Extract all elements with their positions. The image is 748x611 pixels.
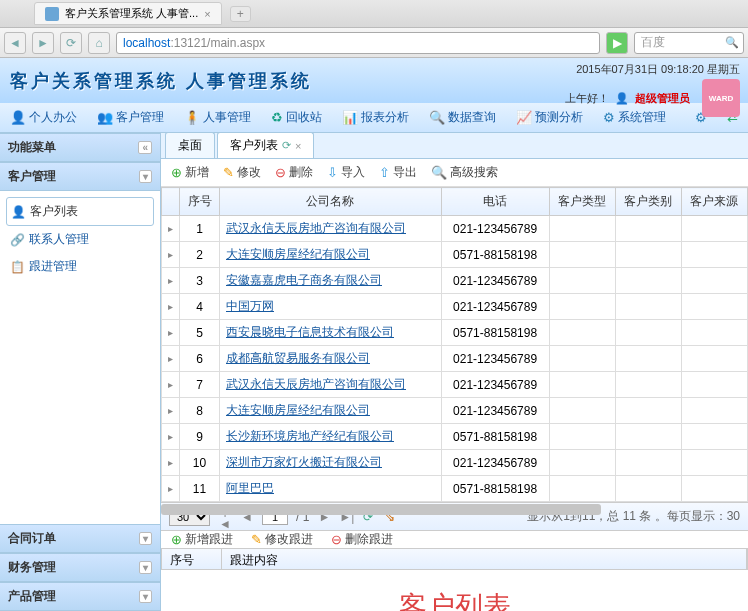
nav-item[interactable]: 👤个人办公 (0, 103, 87, 132)
column-header[interactable]: 客户类别 (615, 188, 681, 216)
column-header[interactable]: 客户类型 (549, 188, 615, 216)
sidebar-footer-item[interactable]: 产品管理▾ (0, 582, 160, 611)
toolbar-button[interactable]: ⇩导入 (327, 164, 365, 181)
reload-button[interactable]: ⟳ (60, 32, 82, 54)
sidebar-item[interactable]: 🔗联系人管理 (6, 226, 154, 253)
expand-icon[interactable]: ▸ (162, 242, 180, 268)
toolbar-button[interactable]: ⇧导出 (379, 164, 417, 181)
tab[interactable]: 桌面 (165, 133, 215, 158)
company-link[interactable]: 大连安顺房屋经纪有限公司 (220, 398, 442, 424)
nav-icon: 📊 (342, 110, 358, 125)
url-input[interactable]: localhost:13121/main.aspx (116, 32, 600, 54)
table-row[interactable]: ▸5西安晨晓电子信息技术有限公司0571-88158198 (162, 320, 748, 346)
home-button[interactable]: ⌂ (88, 32, 110, 54)
nav-icon: 📈 (516, 110, 532, 125)
company-link[interactable]: 大连安顺房屋经纪有限公司 (220, 242, 442, 268)
table-row[interactable]: ▸6成都高航贸易服务有限公司021-123456789 (162, 346, 748, 372)
table-row[interactable]: ▸4中国万网021-123456789 (162, 294, 748, 320)
table-row[interactable]: ▸1武汉永信天辰房地产咨询有限公司021-123456789 (162, 216, 748, 242)
company-link[interactable]: 阿里巴巴 (220, 476, 442, 502)
followup-toolbar: ⊕新增跟进✎修改跟进⊖删除跟进 (161, 530, 748, 548)
table-row[interactable]: ▸2大连安顺房屋经纪有限公司0571-88158198 (162, 242, 748, 268)
column-header[interactable]: 客户来源 (681, 188, 747, 216)
toolbar-icon: 🔍 (431, 165, 447, 180)
column-header[interactable]: 电话 (441, 188, 549, 216)
tab-close-icon[interactable]: × (295, 140, 301, 152)
expand-icon[interactable]: ▸ (162, 398, 180, 424)
company-link[interactable]: 中国万网 (220, 294, 442, 320)
avatar-icon: 👤 (615, 92, 629, 105)
expand-icon[interactable]: ▸ (162, 320, 180, 346)
expand-icon[interactable]: ▸ (162, 424, 180, 450)
company-link[interactable]: 武汉永信天辰房地产咨询有限公司 (220, 216, 442, 242)
close-tab-icon[interactable]: × (204, 8, 210, 20)
go-button[interactable]: ▶ (606, 32, 628, 54)
expand-icon[interactable]: ▸ (162, 476, 180, 502)
sidebar-tree: 👤客户列表🔗联系人管理📋跟进管理 (0, 191, 160, 524)
company-link[interactable]: 西安晨晓电子信息技术有限公司 (220, 320, 442, 346)
sidebar-item[interactable]: 👤客户列表 (6, 197, 154, 226)
nav-icon: 👤 (10, 110, 26, 125)
expand-icon[interactable]: ▸ (162, 216, 180, 242)
table-row[interactable]: ▸11阿里巴巴0571-88158198 (162, 476, 748, 502)
followup-col[interactable]: 跟进内容 (222, 549, 747, 569)
table-row[interactable]: ▸10深圳市万家灯火搬迁有限公司021-123456789 (162, 450, 748, 476)
collapse-icon[interactable]: « (138, 141, 152, 154)
company-link[interactable]: 长沙新环境房地产经纪有限公司 (220, 424, 442, 450)
sidebar-item[interactable]: 📋跟进管理 (6, 253, 154, 280)
company-link[interactable]: 成都高航贸易服务有限公司 (220, 346, 442, 372)
nav-item[interactable]: 👥客户管理 (87, 103, 174, 132)
nav-item[interactable]: 🧍人事管理 (174, 103, 261, 132)
company-link[interactable]: 安徽嘉嘉虎电子商务有限公司 (220, 268, 442, 294)
toolbar-button[interactable]: ⊕新增 (171, 164, 209, 181)
browser-search-input[interactable]: 百度 (634, 32, 744, 54)
expand-icon[interactable]: ▸ (162, 372, 180, 398)
url-port: :13121 (170, 36, 207, 50)
user-label[interactable]: 超级管理员 (635, 91, 690, 106)
sidebar-panel-header[interactable]: 客户管理 ▾ (0, 162, 160, 191)
expand-icon[interactable]: ▸ (162, 294, 180, 320)
toolbar-button[interactable]: ⊖删除 (275, 164, 313, 181)
followup-col[interactable]: 序号 (162, 549, 222, 569)
back-button[interactable]: ◄ (4, 32, 26, 54)
nav-item[interactable]: 🔍数据查询 (419, 103, 506, 132)
expand-icon[interactable]: ▾ (139, 532, 152, 545)
new-tab-button[interactable]: + (230, 6, 251, 22)
expand-icon[interactable]: ▾ (139, 561, 152, 574)
expand-icon[interactable]: ▸ (162, 346, 180, 372)
toolbar-icon: ⊕ (171, 532, 182, 547)
page-title-large: 客户列表 (161, 570, 748, 611)
sidebar-footer-item[interactable]: 合同订单▾ (0, 524, 160, 553)
tree-icon: 📋 (10, 260, 24, 274)
panel-collapse-icon[interactable]: ▾ (139, 170, 152, 183)
nav-item[interactable]: ♻回收站 (261, 103, 332, 132)
browser-tab[interactable]: 客户关系管理系统 人事管... × (34, 2, 222, 25)
toolbar-icon: ⊖ (275, 165, 286, 180)
toolbar-icon: ✎ (251, 532, 262, 547)
table-row[interactable]: ▸7武汉永信天辰房地产咨询有限公司021-123456789 (162, 372, 748, 398)
toolbar-button[interactable]: ✎修改跟进 (251, 531, 313, 548)
company-link[interactable]: 深圳市万家灯火搬迁有限公司 (220, 450, 442, 476)
company-link[interactable]: 武汉永信天辰房地产咨询有限公司 (220, 372, 442, 398)
sidebar-footer-item[interactable]: 财务管理▾ (0, 553, 160, 582)
toolbar-icon: ⊕ (171, 165, 182, 180)
toolbar-button[interactable]: ⊕新增跟进 (171, 531, 233, 548)
forward-button[interactable]: ► (32, 32, 54, 54)
column-header[interactable]: 序号 (180, 188, 220, 216)
table-row[interactable]: ▸8大连安顺房屋经纪有限公司021-123456789 (162, 398, 748, 424)
expand-icon[interactable]: ▸ (162, 268, 180, 294)
tab-refresh-icon[interactable]: ⟳ (282, 139, 291, 152)
column-header[interactable] (162, 188, 180, 216)
column-header[interactable]: 公司名称 (220, 188, 442, 216)
expand-icon[interactable]: ▸ (162, 450, 180, 476)
expand-icon[interactable]: ▾ (139, 590, 152, 603)
toolbar-button[interactable]: ⊖删除跟进 (331, 531, 393, 548)
nav-icon: 🧍 (184, 110, 200, 125)
tab[interactable]: 客户列表⟳× (217, 133, 314, 158)
table-row[interactable]: ▸9长沙新环境房地产经纪有限公司0571-88158198 (162, 424, 748, 450)
header-right: 2015年07月31日 09:18:20 星期五 上午好！ 👤 超级管理员 WA… (565, 62, 740, 117)
table-row[interactable]: ▸3安徽嘉嘉虎电子商务有限公司021-123456789 (162, 268, 748, 294)
toolbar-button[interactable]: 🔍高级搜索 (431, 164, 498, 181)
nav-item[interactable]: 📊报表分析 (332, 103, 419, 132)
toolbar-button[interactable]: ✎修改 (223, 164, 261, 181)
